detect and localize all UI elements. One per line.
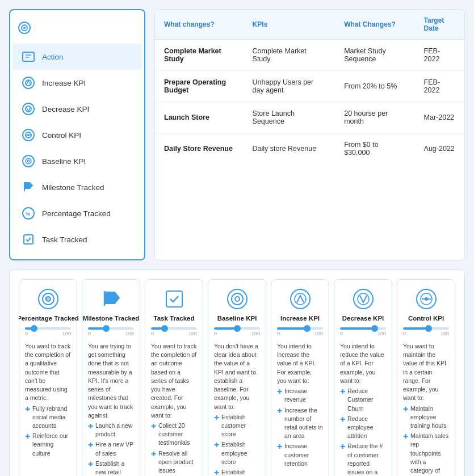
- card-desc-task-tracked: You want to track the completion of an o…: [151, 342, 197, 476]
- sidebar-item-decrease-kpi[interactable]: Decrease KPI: [12, 96, 142, 122]
- increase-kpi-icon: [20, 75, 36, 91]
- svg-point-15: [26, 158, 31, 164]
- table-panel: What changes?KPIsWhat Changes?Target Dat…: [154, 9, 465, 260]
- card-desc-milestone-tracked: You are trying to get something done tha…: [88, 342, 134, 476]
- card-desc-percentage-tracked: You want to track the completion of a qu…: [25, 342, 71, 476]
- table-header-row: What changes?KPIsWhat Changes?Target Dat…: [155, 10, 464, 40]
- table-cell-2-0: Launch Store: [155, 102, 244, 133]
- table-row-1: Prepare Operating BudgetUnhappy Users pe…: [155, 71, 464, 102]
- increase-kpi-icon: [288, 287, 313, 311]
- svg-rect-20: [24, 235, 33, 244]
- sidebar-item-label-baseline-kpi: Baseline KPI: [42, 157, 86, 166]
- table-cell-3-3: Aug-2022: [415, 133, 464, 165]
- sidebar-item-label-increase-kpi: Increase KPI: [42, 79, 86, 87]
- card-title-baseline-kpi: Baseline KPI: [217, 315, 257, 322]
- table-cell-2-3: Mar-2022: [415, 102, 464, 133]
- sidebar-item-label-task-tracked: Task Tracked: [42, 235, 87, 244]
- table-header-col-0: What changes?: [155, 10, 244, 40]
- sidebar-title: [10, 17, 144, 44]
- sidebar-items-container: ActionIncrease KPIDecrease KPIControl KP…: [10, 44, 144, 252]
- sidebar-item-label-control-kpi: Control KPI: [42, 131, 81, 140]
- card-title-milestone-tracked: Milestone Tracked: [83, 315, 140, 322]
- card-title-increase-kpi: Increase KPI: [280, 315, 320, 322]
- card-slider-decrease-kpi[interactable]: 0100: [340, 327, 386, 336]
- sidebar-panel: ActionIncrease KPIDecrease KPIControl KP…: [9, 9, 145, 260]
- card-desc-decrease-kpi: You intend to reduce the value of a KPI.…: [340, 342, 386, 476]
- card-slider-milestone-tracked[interactable]: 0100: [88, 327, 134, 336]
- table-cell-1-1: Unhappy Users per day agent: [244, 71, 335, 102]
- table-cell-3-0: Daily Store Revenue: [155, 133, 244, 165]
- cards-row: %Percentage Tracked0100You want to track…: [19, 279, 455, 476]
- decrease-kpi-icon: [351, 287, 376, 311]
- sidebar-item-action[interactable]: Action: [12, 44, 142, 70]
- svg-point-29: [235, 297, 240, 301]
- table-header-col-3: Target Date: [415, 10, 464, 40]
- sidebar-title-icon: [18, 22, 31, 37]
- card-percentage-tracked: %Percentage Tracked0100You want to track…: [19, 279, 77, 476]
- cards-section: %Percentage Tracked0100You want to track…: [9, 269, 465, 476]
- card-desc-baseline-kpi: You don't have a clear idea about the va…: [214, 342, 260, 476]
- card-title-percentage-tracked: Percentage Tracked: [19, 315, 79, 322]
- task-tracked-icon: [20, 231, 36, 247]
- card-increase-kpi: Increase KPI0100You intend to increase t…: [271, 279, 329, 476]
- svg-point-28: [232, 293, 243, 305]
- card-slider-task-tracked[interactable]: 0100: [151, 327, 197, 336]
- table-cell-2-1: Store Launch Sequence: [244, 102, 335, 133]
- action-icon: [20, 49, 36, 65]
- card-task-tracked: Task Tracked0100You want to track the co…: [145, 279, 203, 476]
- svg-text:%: %: [45, 296, 50, 302]
- table-cell-1-2: From 20% to 5%: [335, 71, 414, 102]
- card-slider-increase-kpi[interactable]: 0100: [277, 327, 323, 336]
- card-slider-percentage-tracked[interactable]: 0100: [25, 327, 71, 336]
- sidebar-item-increase-kpi[interactable]: Increase KPI: [12, 70, 142, 96]
- svg-point-14: [23, 155, 34, 167]
- decrease-kpi-icon: [20, 101, 36, 117]
- percentage-tracked-icon: %: [20, 205, 36, 221]
- card-title-control-kpi: Control KPI: [408, 315, 444, 322]
- svg-rect-26: [166, 291, 182, 307]
- task-tracked-icon: [162, 287, 187, 311]
- sidebar-item-baseline-kpi[interactable]: Baseline KPI: [12, 148, 142, 174]
- table-cell-0-3: FEB-2022: [415, 40, 464, 71]
- table-cell-0-0: Complete Market Study: [155, 40, 244, 71]
- sidebar-item-percentage-tracked[interactable]: %Percentage Tracked: [12, 200, 142, 226]
- table-row-0: Complete Market StudyComplete Market Stu…: [155, 40, 464, 71]
- percentage-tracked-icon: %: [36, 287, 61, 311]
- sidebar-item-label-decrease-kpi: Decrease KPI: [42, 105, 89, 113]
- milestone-tracked-icon: [20, 179, 36, 195]
- table-row-3: Daily Store RevenueDaily store RevenueFr…: [155, 133, 464, 165]
- svg-point-8: [23, 103, 34, 115]
- sidebar-item-control-kpi[interactable]: Control KPI: [12, 122, 142, 148]
- control-kpi-icon: [20, 127, 36, 143]
- baseline-kpi-icon: [225, 287, 250, 311]
- control-kpi-icon: [414, 287, 439, 311]
- table-cell-3-2: From $0 to $30,000: [335, 133, 414, 165]
- svg-point-32: [354, 289, 373, 309]
- card-desc-increase-kpi: You intend to increase the value of a KP…: [277, 342, 323, 476]
- milestone-tracked-icon: [99, 287, 124, 311]
- sidebar-item-task-tracked[interactable]: Task Tracked: [12, 226, 142, 252]
- card-decrease-kpi: Decrease KPI0100You intend to reduce the…: [334, 279, 392, 476]
- card-title-decrease-kpi: Decrease KPI: [342, 315, 384, 322]
- sidebar-item-label-percentage-tracked: Percentage Tracked: [42, 209, 111, 218]
- svg-point-2: [23, 27, 26, 29]
- svg-point-27: [228, 289, 247, 309]
- table-cell-2-2: 20 hourse per month: [335, 102, 414, 133]
- sidebar-item-label-milestone-tracked: Milestone Tracked: [42, 183, 104, 192]
- card-slider-baseline-kpi[interactable]: 0100: [214, 327, 260, 336]
- table-cell-3-1: Daily store Revenue: [244, 133, 335, 165]
- table-header-col-2: What Changes?: [335, 10, 414, 40]
- svg-text:%: %: [26, 211, 30, 217]
- table-cell-1-3: FEB-2022: [415, 71, 464, 102]
- table-cell-1-0: Prepare Operating Budget: [155, 71, 244, 102]
- sidebar-item-milestone-tracked[interactable]: Milestone Tracked: [12, 174, 142, 200]
- card-title-task-tracked: Task Tracked: [153, 315, 194, 322]
- svg-point-6: [23, 77, 34, 89]
- card-milestone-tracked: Milestone Tracked0100You are trying to g…: [82, 279, 140, 476]
- table-body: Complete Market StudyComplete Market Stu…: [155, 40, 464, 165]
- card-desc-control-kpi: You want to maintain the value of this K…: [403, 342, 449, 476]
- card-slider-control-kpi[interactable]: 0100: [403, 327, 449, 336]
- sidebar-item-label-action: Action: [42, 53, 64, 61]
- table-header-col-1: KPIs: [244, 10, 335, 40]
- card-control-kpi: Control KPI0100You want to maintain the …: [397, 279, 455, 476]
